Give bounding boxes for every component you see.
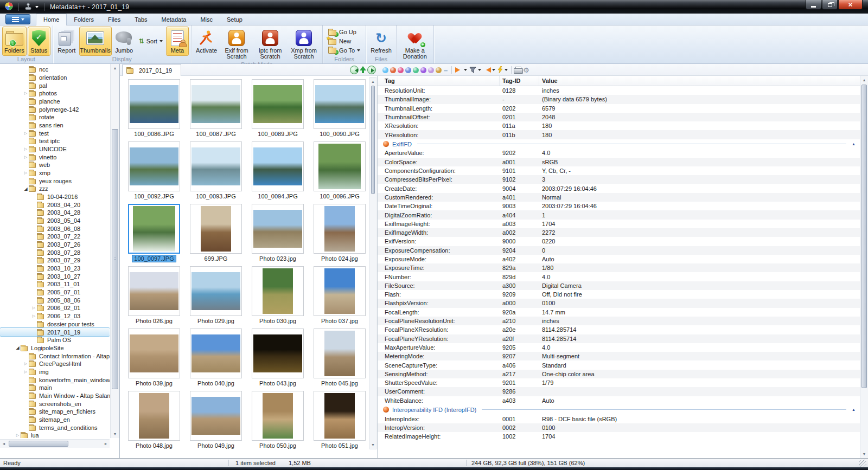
color-dot-7[interactable] <box>436 67 442 73</box>
button-jumbo[interactable]: Jumbo <box>113 27 136 56</box>
thumbnail-photo-050-jpg[interactable] <box>252 391 304 441</box>
tree-item-creepageshtml[interactable]: ▷CreePagesHtml <box>0 360 110 368</box>
metadata-row-digitalzoomratio[interactable]: DigitalZoomRatio:a4041 <box>378 210 860 219</box>
button-sort[interactable]: ⇅Sort <box>137 37 164 46</box>
tree-item-lua[interactable]: ▷lua <box>0 432 110 438</box>
metadata-row-xresolution[interactable]: XResolution:011a180 <box>378 121 860 130</box>
metadata-row-compressedbitsperpixel[interactable]: CompressedBitsPerPixel:91023 <box>378 175 860 184</box>
scroll-right-icon[interactable]: ► <box>102 440 110 448</box>
metadata-row-flashpixversion[interactable]: FlashpixVersion:a0000100 <box>378 299 860 307</box>
quick-action-button[interactable] <box>496 66 509 74</box>
scroll-up-icon[interactable]: ▲ <box>111 64 119 72</box>
metadata-row-scenecapturetype[interactable]: SceneCaptureType:a406Standard <box>378 360 860 369</box>
resize-grip[interactable] <box>859 460 866 467</box>
tree-item-2003-05-04[interactable]: 2003_05_04 <box>0 217 110 225</box>
printer-icon[interactable] <box>514 67 522 74</box>
metadata-row-fnumber[interactable]: FNumber:829d4.0 <box>378 272 860 281</box>
color-dot-0[interactable] <box>382 67 388 73</box>
metadata-row-thumbnailimage[interactable]: ThumbnailImage:-(Binary data 6579 bytes) <box>378 95 860 104</box>
tree-item-pal[interactable]: pal <box>0 81 110 89</box>
button-go-up[interactable]: ↑Go Up <box>327 28 358 36</box>
tree-item-2003-11-01[interactable]: 2003_11_01 <box>0 280 110 288</box>
thumbnail-vertical-scrollbar[interactable]: ▲ ▼ <box>369 77 376 449</box>
ribbon-tab-tabs[interactable]: Tabs <box>127 14 154 25</box>
tree-item-2003-07-29[interactable]: 2003_07_29 <box>0 256 110 265</box>
tree-horizontal-scrollbar[interactable]: ◄ ► <box>0 439 110 448</box>
tree-item-planche[interactable]: planche <box>0 98 110 106</box>
tree-item-sitemap-en[interactable]: sitemap_en <box>0 416 110 424</box>
tab-2017-01-19[interactable]: 2017_01_19 <box>122 64 181 76</box>
tree-item-screenshots-en[interactable]: screenshots_en <box>0 400 110 408</box>
button-make-a-donation[interactable]: +Make a Donation <box>399 27 431 61</box>
color-dot-5[interactable] <box>420 67 426 73</box>
tree-item-dossier-pour-tests[interactable]: dossier pour tests <box>0 320 110 329</box>
expand-collapsed-icon[interactable]: ▷ <box>23 155 29 159</box>
tree-item-konvertorfm-main-window[interactable]: konvertorfm_main_window <box>0 376 110 384</box>
tree-item-test-iptc[interactable]: test iptc <box>0 137 110 145</box>
tree-vertical-scrollbar[interactable]: ▲ ▼ <box>110 64 119 438</box>
tree-item-xmp[interactable]: ▷xmp <box>0 169 110 177</box>
metadata-row-componentsconfiguration[interactable]: ComponentsConfiguration:9101Y, Cb, Cr, - <box>378 166 860 175</box>
scroll-up-icon[interactable]: ▲ <box>860 76 868 84</box>
close-button[interactable]: × <box>838 0 863 10</box>
tree-item-ncc[interactable]: ncc <box>0 66 110 74</box>
thumbnail-100-0093-jpg[interactable] <box>190 141 242 191</box>
tree-item-main-window-altap-salamand[interactable]: Main Window - Altap Salamand <box>0 392 110 400</box>
metadata-row-thumbnaillength[interactable]: ThumbnailLength:02026579 <box>378 104 860 113</box>
scroll-up-icon[interactable]: ▲ <box>370 78 376 86</box>
thumbnail-photo-030-jpg[interactable] <box>252 266 304 316</box>
scrollbar-thumb[interactable] <box>861 85 867 388</box>
metadata-row-usercomment[interactable]: UserComment:9286 <box>378 387 860 396</box>
tree-item-rotate[interactable]: rotate <box>0 113 110 121</box>
button-thumbnails[interactable]: Thumbnails <box>79 27 112 56</box>
metadata-row-exifversion[interactable]: ExifVersion:90000220 <box>378 237 860 246</box>
scroll-down-icon[interactable]: ▼ <box>860 450 868 458</box>
tree-item-2005-07-01[interactable]: 2005_07_01 <box>0 288 110 297</box>
back-action-button[interactable] <box>482 67 496 73</box>
expand-collapsed-icon[interactable]: ▷ <box>23 131 29 136</box>
tree-item-10-04-2016[interactable]: 10-04-2016 <box>0 193 110 201</box>
scroll-down-icon[interactable]: ▼ <box>370 441 376 449</box>
metadata-row-exifimagewidth[interactable]: ExifImageWidth:a0022272 <box>378 228 860 237</box>
metadata-section-interoperability-ifd-interopifd[interactable]: Interoperability IFD (InteropIFD)▲ <box>378 405 860 415</box>
thumbnail-100-0097-jpg[interactable] <box>128 204 180 254</box>
tree-item-2003-10-27[interactable]: 2003_10_27 <box>0 272 110 280</box>
button-report[interactable]: Report <box>55 27 78 56</box>
metadata-row-sensingmethod[interactable]: SensingMethod:a217One-chip color area <box>378 370 860 378</box>
filter-button[interactable] <box>468 67 482 74</box>
metadata-row-thumbnailoffset[interactable]: ThumbnailOffset:02012048 <box>378 113 860 121</box>
tree-item-web[interactable]: web <box>0 161 110 169</box>
button-new[interactable]: ★New <box>327 37 353 46</box>
color-dot-3[interactable] <box>405 67 411 73</box>
maximize-button[interactable] <box>822 0 838 10</box>
ribbon-tab-home[interactable]: Home <box>36 14 67 25</box>
thumbnail-100-0087-jpg[interactable] <box>190 79 242 129</box>
button-refresh[interactable]: ↻Refresh <box>368 27 394 56</box>
ribbon-tab-files[interactable]: Files <box>101 14 127 25</box>
thumbnail-photo-049-jpg[interactable] <box>190 391 242 441</box>
button-meta[interactable]: Meta <box>166 27 189 56</box>
metadata-row-colorspace[interactable]: ColorSpace:a001sRGB <box>378 158 860 166</box>
ribbon-tab-setup[interactable]: Setup <box>220 14 250 25</box>
metadata-row-meteringmode[interactable]: MeteringMode:9207Multi-segment <box>378 352 860 360</box>
thumbnail-photo-045-jpg[interactable] <box>314 329 366 378</box>
metadata-row-yresolution[interactable]: YResolution:011b180 <box>378 130 860 139</box>
expand-collapsed-icon[interactable]: ▷ <box>23 362 29 366</box>
metadata-row-relatedimageheight[interactable]: RelatedImageHeight:10021704 <box>378 432 860 441</box>
metadata-row-datetimeoriginal[interactable]: DateTimeOriginal:90032003:07:29 16:04:46 <box>378 202 860 210</box>
tree-item-photos[interactable]: ▷photos <box>0 89 110 98</box>
tree-item-logipolesite[interactable]: ◢LogipoleSite <box>0 344 110 352</box>
expand-expanded-icon[interactable]: ◢ <box>23 186 29 191</box>
minimize-button[interactable] <box>806 0 821 10</box>
expand-collapsed-icon[interactable]: ▷ <box>31 314 37 318</box>
column-header-tagid[interactable]: Tag-ID <box>500 76 539 86</box>
column-header-tag[interactable]: Tag <box>378 76 500 86</box>
tree-item-2003-04-20[interactable]: 2003_04_20 <box>0 201 110 209</box>
expand-collapsed-icon[interactable]: ▷ <box>31 306 37 310</box>
tree-item-test[interactable]: ▷test <box>0 129 110 137</box>
tree-item-contact-information-altap-sala[interactable]: Contact Information - Altap Sala <box>0 352 110 360</box>
tree-item-2003-10-23[interactable]: 2003_10_23 <box>0 265 110 273</box>
thumbnail-100-0096-jpg[interactable] <box>314 141 366 191</box>
collapse-chevron-icon[interactable]: ▲ <box>852 142 856 146</box>
expand-collapsed-icon[interactable]: ▷ <box>23 147 29 151</box>
